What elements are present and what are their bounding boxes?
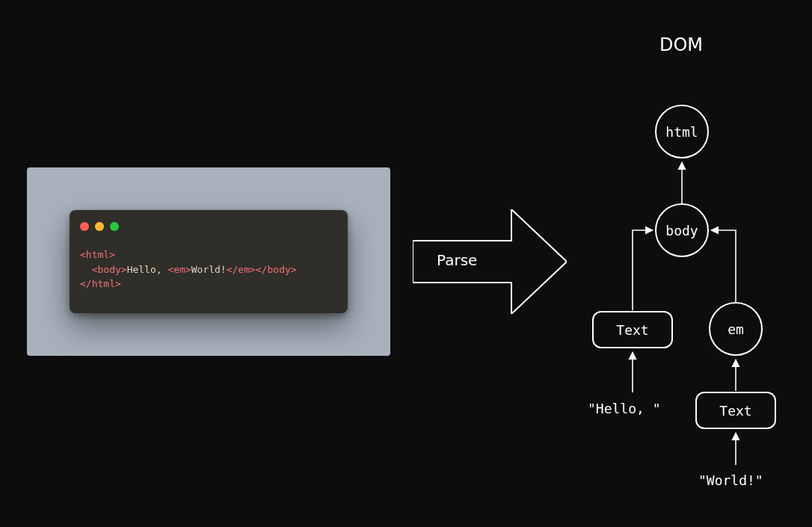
close-icon xyxy=(80,222,89,231)
code-panel: <html> <body>Hello, <em>World!</em></bod… xyxy=(27,167,390,356)
tree-node-html: html xyxy=(655,105,709,158)
tree-leaf-hello: "Hello, " xyxy=(588,401,661,416)
tree-leaf-world: "World!" xyxy=(698,472,763,488)
code-block: <html> <body>Hello, <em>World!</em></bod… xyxy=(80,247,297,292)
tree-node-body: body xyxy=(655,203,709,257)
dom-tree: html body Text em Text "Hello, " "World!… xyxy=(583,97,793,501)
arrow-icon xyxy=(413,209,567,314)
diagram-title: DOM xyxy=(659,34,703,55)
window-traffic-lights xyxy=(80,222,119,231)
zoom-icon xyxy=(110,222,119,231)
tree-node-text-world: Text xyxy=(695,392,776,429)
parse-arrow: Parse xyxy=(413,209,567,314)
tree-node-em: em xyxy=(709,302,763,356)
tree-node-text-hello: Text xyxy=(592,311,673,348)
minimize-icon xyxy=(95,222,104,231)
code-window: <html> <body>Hello, <em>World!</em></bod… xyxy=(70,210,348,313)
arrow-label: Parse xyxy=(437,251,477,269)
